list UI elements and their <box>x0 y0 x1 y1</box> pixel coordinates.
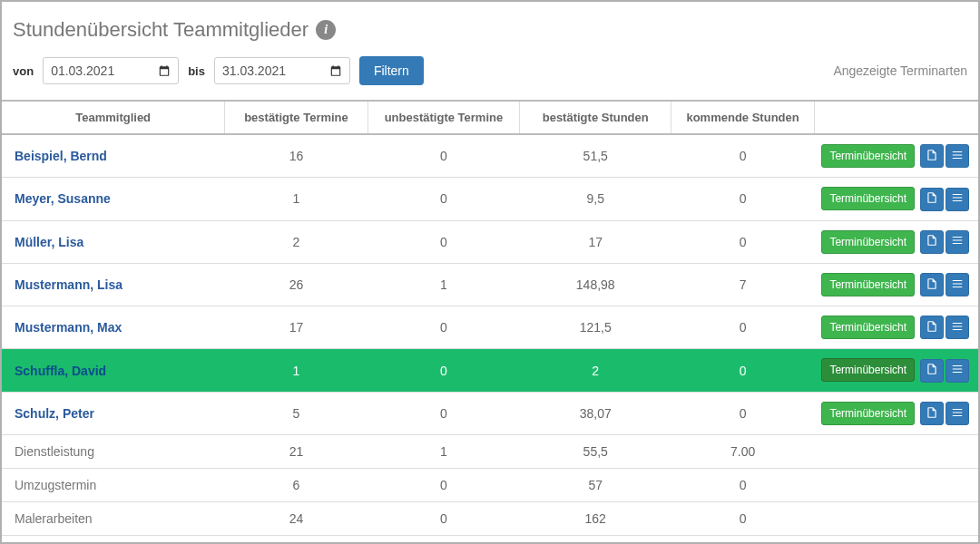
cell-confirmed-hours: 57 <box>520 469 671 502</box>
list-button[interactable] <box>946 402 969 425</box>
cell-confirmed-hours: 17 <box>520 220 671 263</box>
cell-unconfirmed-appts: 0 <box>368 134 520 178</box>
col-unconfirmed-appts: unbestätigte Termine <box>368 101 520 134</box>
document-icon <box>926 406 938 422</box>
sub-name: Umzugstermin <box>2 469 225 502</box>
list-icon <box>951 191 964 207</box>
document-button[interactable] <box>920 273 944 296</box>
cell-upcoming-hours: 0 <box>671 469 815 502</box>
cell-unconfirmed-appts: 0 <box>368 502 520 536</box>
cell-confirmed-appts: 26 <box>225 263 368 306</box>
member-link[interactable]: Meyer, Susanne <box>15 191 111 206</box>
overview-button[interactable]: Terminübersicht <box>821 230 915 254</box>
date-to-wrap[interactable] <box>214 57 350 84</box>
cell-upcoming-hours: 0 <box>671 306 815 349</box>
cell-confirmed-appts: 3 <box>225 536 368 544</box>
overview-button[interactable]: Terminübersicht <box>821 144 915 168</box>
table-row: Meyer, Susanne109,50Terminübersicht <box>2 178 978 220</box>
list-icon <box>951 234 964 249</box>
from-label: von <box>13 64 34 78</box>
date-from-input[interactable] <box>51 63 132 78</box>
col-actions <box>814 101 978 134</box>
sub-name: Spachteln <box>2 536 225 544</box>
cell-confirmed-hours: 9,5 <box>520 178 671 220</box>
list-button[interactable] <box>946 316 969 339</box>
member-link[interactable]: Mustermann, Max <box>15 320 122 335</box>
document-icon <box>926 234 938 249</box>
overview-button[interactable]: Terminübersicht <box>821 358 915 382</box>
cell-confirmed-hours: 162 <box>520 502 671 536</box>
cell-confirmed-appts: 6 <box>225 469 368 502</box>
cell-upcoming-hours: 0 <box>671 536 815 544</box>
cell-upcoming-hours: 7.00 <box>671 435 815 469</box>
cell-confirmed-hours: 22,57 <box>520 536 671 544</box>
cell-confirmed-appts: 1 <box>225 349 368 392</box>
cell-confirmed-appts: 16 <box>225 134 368 178</box>
cell-upcoming-hours: 0 <box>671 178 815 220</box>
date-to-input[interactable] <box>222 63 304 78</box>
cell-confirmed-appts: 17 <box>225 306 368 349</box>
list-button[interactable] <box>946 144 969 168</box>
col-confirmed-appts: bestätigte Termine <box>225 101 368 134</box>
table-row: Mustermann, Max170121,50Terminübersicht <box>2 306 978 349</box>
cell-unconfirmed-appts: 0 <box>368 220 520 263</box>
cell-upcoming-hours: 0 <box>671 349 815 392</box>
document-icon <box>926 191 938 207</box>
table-row: Schulz, Peter5038,070Terminübersicht <box>2 392 978 434</box>
cell-confirmed-hours: 38,07 <box>520 392 671 434</box>
cell-upcoming-hours: 0 <box>671 220 815 263</box>
cell-unconfirmed-appts: 0 <box>368 306 520 349</box>
sub-name: Malerarbeiten <box>2 502 225 536</box>
list-button[interactable] <box>946 273 969 296</box>
list-icon <box>951 149 964 164</box>
cell-upcoming-hours: 0 <box>671 502 815 536</box>
member-link[interactable]: Schuffla, David <box>15 364 106 378</box>
hours-table: Teammitglied bestätigte Termine unbestät… <box>2 100 978 544</box>
list-button[interactable] <box>946 230 969 254</box>
cell-confirmed-hours: 51,5 <box>520 134 671 178</box>
cell-unconfirmed-appts: 1 <box>368 263 520 306</box>
document-button[interactable] <box>920 144 944 168</box>
document-button[interactable] <box>920 316 944 339</box>
cell-confirmed-appts: 24 <box>225 502 368 536</box>
cell-upcoming-hours: 0 <box>671 134 815 178</box>
page-title: Stundenübersicht Teammitglieder <box>13 18 309 42</box>
date-from-wrap[interactable] <box>43 57 179 84</box>
overview-button[interactable]: Terminübersicht <box>821 316 915 339</box>
cell-upcoming-hours: 0 <box>671 392 815 434</box>
calendar-icon <box>329 64 342 77</box>
cell-unconfirmed-appts: 0 <box>368 349 520 392</box>
table-sub-row: Umzugstermin60570 <box>2 469 978 502</box>
cell-unconfirmed-appts: 0 <box>368 178 520 220</box>
cell-unconfirmed-appts: 1 <box>368 435 520 469</box>
table-row: Beispiel, Bernd16051,50Terminübersicht <box>2 134 978 178</box>
info-icon[interactable]: i <box>316 20 336 40</box>
cell-confirmed-hours: 148,98 <box>520 263 671 306</box>
member-link[interactable]: Mustermann, Lisa <box>15 277 122 292</box>
member-link[interactable]: Müller, Lisa <box>15 235 83 249</box>
cell-upcoming-hours: 7 <box>671 263 815 306</box>
filter-button[interactable]: Filtern <box>359 56 424 85</box>
cell-confirmed-appts: 1 <box>225 178 368 220</box>
col-upcoming-hours: kommende Stunden <box>671 101 815 134</box>
document-button[interactable] <box>920 188 944 211</box>
list-icon <box>951 320 964 335</box>
overview-button[interactable]: Terminübersicht <box>821 402 915 425</box>
document-button[interactable] <box>920 402 944 425</box>
document-button[interactable] <box>920 230 944 254</box>
cell-unconfirmed-appts: 0 <box>368 392 520 434</box>
overview-button[interactable]: Terminübersicht <box>821 273 915 296</box>
table-sub-row: Spachteln3022,570 <box>2 536 978 544</box>
list-button[interactable] <box>946 188 969 211</box>
document-icon <box>926 277 938 293</box>
member-link[interactable]: Schulz, Peter <box>15 406 94 421</box>
table-row: Mustermann, Lisa261148,987Terminübersich… <box>2 263 978 306</box>
col-member: Teammitglied <box>2 101 225 134</box>
member-link[interactable]: Beispiel, Bernd <box>15 149 107 163</box>
list-button[interactable] <box>946 359 969 383</box>
to-label: bis <box>188 64 205 78</box>
list-icon <box>951 277 964 293</box>
col-confirmed-hours: bestätigte Stunden <box>520 101 671 134</box>
overview-button[interactable]: Terminübersicht <box>821 187 915 210</box>
document-button[interactable] <box>920 359 944 383</box>
